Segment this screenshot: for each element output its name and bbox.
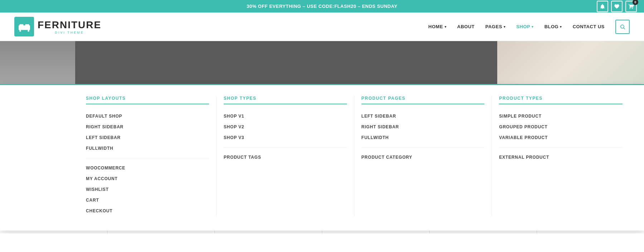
nav-item-contact[interactable]: CONTACT US — [573, 24, 605, 29]
announcement-bar: 30% OFF EVERYTHING – USE CODE:FLASH20 – … — [0, 0, 644, 13]
dropdown-item-simple-product[interactable]: SIMPLE PRODUCT — [499, 111, 623, 122]
svg-point-5 — [621, 25, 624, 28]
header-icons: 0 — [597, 1, 637, 12]
nav-arrow-pages: ▾ — [504, 25, 506, 29]
divider-4 — [499, 147, 623, 148]
search-button[interactable] — [615, 20, 630, 34]
logo-name: FERNITURE — [38, 19, 101, 31]
dropdown-item-product-category[interactable]: PRODUCT CATEGORY — [362, 152, 485, 163]
svg-rect-3 — [19, 29, 21, 31]
dropdown-item-pp-left-sidebar[interactable]: LEFT SIDEBAR — [362, 111, 485, 122]
dropdown-item-my-account[interactable]: MY ACCOUNT — [86, 173, 209, 184]
dropdown-item-pp-right-sidebar[interactable]: RIGHT SIDEBAR — [362, 122, 485, 132]
divider-2 — [224, 147, 347, 148]
dropdown-item-variable-product[interactable]: VARIABLE PRODUCT — [499, 132, 623, 143]
logo-icon — [14, 17, 34, 36]
shop-dropdown: SHOP LAYOUTS DEFAULT SHOP RIGHT SIDEBAR … — [0, 84, 644, 231]
nav-item-blog[interactable]: BLOG ▾ — [544, 24, 562, 29]
dropdown-item-cart[interactable]: CART — [86, 195, 209, 206]
dropdown-col-shop-layouts: SHOP LAYOUTS DEFAULT SHOP RIGHT SIDEBAR … — [79, 96, 217, 216]
cart-count: 0 — [633, 0, 638, 5]
dropdown-item-wishlist[interactable]: WISHLIST — [86, 184, 209, 195]
dropdown-item-grouped-product[interactable]: GROUPED PRODUCT — [499, 122, 623, 132]
logo-subtitle: DIVI THEME — [38, 31, 101, 34]
notification-icon[interactable] — [597, 1, 608, 12]
svg-rect-4 — [28, 29, 29, 31]
dropdown-item-fullwidth[interactable]: FULLWIDTH — [86, 143, 209, 154]
wishlist-icon[interactable] — [611, 1, 623, 12]
dropdown-item-shop-v1[interactable]: SHOP V1 — [224, 111, 347, 122]
dropdown-title-product-types: PRODUCT TYPES — [499, 96, 623, 104]
divider-1 — [86, 158, 209, 158]
dropdown-title-shop-types: SHOP TYPES — [224, 96, 347, 104]
nav-arrow-blog: ▾ — [560, 25, 562, 29]
main-nav: HOME ▾ ABOUT PAGES ▾ SHOP ▾ BLOG ▾ CONTA… — [428, 20, 630, 34]
nav-arrow-shop: ▾ — [532, 25, 534, 29]
nav-item-shop[interactable]: SHOP ▾ — [516, 24, 533, 29]
dropdown-col-shop-types: SHOP TYPES SHOP V1 SHOP V2 SHOP V3 PRODU… — [217, 96, 354, 216]
dropdown-item-shop-v3[interactable]: SHOP V3 — [224, 132, 347, 143]
svg-line-6 — [624, 28, 625, 29]
dropdown-item-product-tags[interactable]: PRODUCT TAGS — [224, 152, 347, 163]
dropdown-col-product-types: PRODUCT TYPES SIMPLE PRODUCT GROUPED PRO… — [492, 96, 630, 216]
dropdown-item-checkout[interactable]: CHECKOUT — [86, 206, 209, 216]
dropdown-item-left-sidebar[interactable]: LEFT SIDEBAR — [86, 132, 209, 143]
nav-item-pages[interactable]: PAGES ▾ — [485, 24, 506, 29]
nav-item-about[interactable]: ABOUT — [457, 24, 475, 29]
dropdown-item-woocommerce[interactable]: WOOCOMMERCE — [86, 163, 209, 173]
main-area: SHOP LAYOUTS DEFAULT SHOP RIGHT SIDEBAR … — [0, 41, 644, 233]
svg-rect-1 — [19, 24, 23, 27]
dropdown-col-product-pages: PRODUCT PAGES LEFT SIDEBAR RIGHT SIDEBAR… — [354, 96, 492, 216]
dropdown-title-product-pages: PRODUCT PAGES — [362, 96, 485, 104]
dropdown-item-pp-fullwidth[interactable]: FULLWIDTH — [362, 132, 485, 143]
nav-item-home[interactable]: HOME ▾ — [428, 24, 447, 29]
dropdown-title-shop-layouts: SHOP LAYOUTS — [86, 96, 209, 104]
logo[interactable]: FERNITURE DIVI THEME — [14, 17, 101, 36]
logo-text-block: FERNITURE DIVI THEME — [38, 19, 101, 34]
svg-rect-2 — [25, 24, 29, 27]
dropdown-item-external-product[interactable]: EXTERNAL PRODUCT — [499, 152, 623, 163]
dropdown-item-default-shop[interactable]: DEFAULT SHOP — [86, 111, 209, 122]
header: FERNITURE DIVI THEME HOME ▾ ABOUT PAGES … — [0, 13, 644, 41]
nav-arrow-home: ▾ — [445, 25, 447, 29]
announcement-text: 30% OFF EVERYTHING – USE CODE:FLASH20 – … — [247, 4, 397, 9]
dropdown-item-shop-v2[interactable]: SHOP V2 — [224, 122, 347, 132]
dropdown-item-right-sidebar[interactable]: RIGHT SIDEBAR — [86, 122, 209, 132]
divider-3 — [362, 147, 485, 148]
cart-header-icon[interactable]: 0 — [625, 1, 637, 12]
